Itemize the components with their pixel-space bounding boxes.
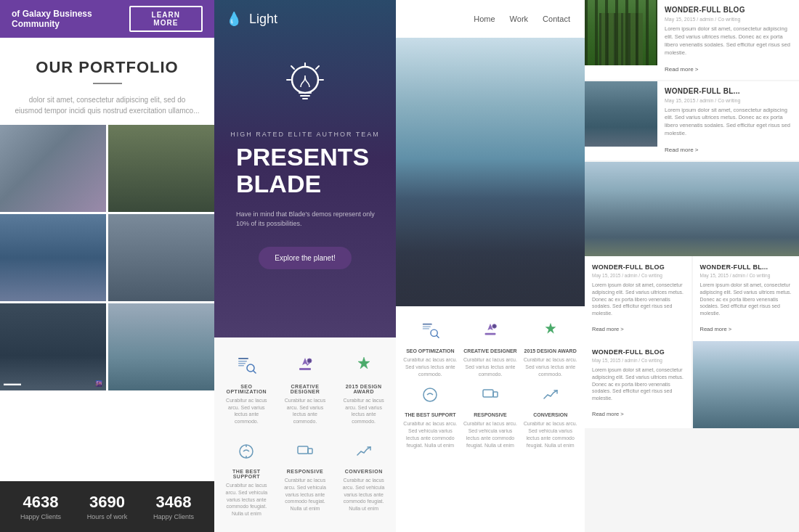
feature-conversion: CONVERSION Curabitur ac lacus arcu. Sed … <box>337 437 390 523</box>
portfolio-section: OUR PORTFOLIO dolor sit amet, consectetu… <box>0 38 214 125</box>
portfolio-image-2[interactable] <box>108 125 214 212</box>
center-designer-icon <box>463 321 518 344</box>
center-seo-name: SEO OPTIMIZATION <box>403 348 458 353</box>
blog-read-more-2[interactable]: Read more <box>665 147 698 153</box>
conversion-name: CONVERSION <box>340 469 387 474</box>
blog-text-2: WONDER-FULL BL... May 15, 2015 / admin /… <box>657 81 799 161</box>
seo-name: SEO OPTIMIZATION <box>223 384 270 394</box>
stat-number-1: 4638 <box>20 493 61 512</box>
center-topbar: Home Work Contact <box>396 0 585 38</box>
designer-icon <box>282 355 329 380</box>
nav-home[interactable]: Home <box>474 15 495 23</box>
portfolio-image-1[interactable] <box>0 125 106 212</box>
portfolio-grid: ▬▬▬ 🌆 <box>0 125 214 390</box>
blog-text-1: WONDER-FULL BLOG May 15, 2015 / admin / … <box>657 0 799 80</box>
portfolio-image-6[interactable] <box>108 303 214 390</box>
features-row-1: SEO OPTIMIZATION Curabitur ac lacus arcu… <box>220 349 390 431</box>
svg-rect-16 <box>308 449 312 454</box>
stat-label-3: Happy Clients <box>153 513 194 520</box>
conversion-desc: Curabitur ac lacus arcu. Sed vehicula va… <box>340 477 387 512</box>
designer-name: CREATIVE DESIGNER <box>282 384 329 394</box>
center-support-name: THE BEST SUPPORT <box>403 412 458 417</box>
portfolio-title: OUR PORTFOLIO <box>15 58 200 77</box>
center-seo-desc: Curabitur ac lacus arcu. Sed varius lect… <box>403 356 458 377</box>
center-designer-desc: Curabitur ac lacus arcu. Sed varius lect… <box>463 356 518 377</box>
community-text: of Galaxy Business Community <box>12 9 129 29</box>
middle-features: SEO OPTIMIZATION Curabitur ac lacus arcu… <box>214 337 396 532</box>
center-support-icon <box>403 386 458 408</box>
center-hero-image <box>396 38 585 306</box>
center-feature-support: THE BEST SUPPORT Curabitur ac lacus arcu… <box>403 386 458 449</box>
blog-grid-item-1: WONDER-FULL BLOG May 15, 2015 / admin / … <box>585 256 691 341</box>
portfolio-image-5[interactable]: ▬▬▬ 🌆 <box>0 303 106 390</box>
center-features-row2: THE BEST SUPPORT Curabitur ac lacus arcu… <box>403 386 577 449</box>
svg-rect-1 <box>238 358 248 359</box>
center-award-desc: Curabitur ac lacus arcu. Sed varius lect… <box>523 356 577 377</box>
award-icon <box>340 355 387 380</box>
hero-scene <box>396 38 585 306</box>
nav-contact[interactable]: Contact <box>543 15 570 23</box>
blog-image-2 <box>585 81 657 147</box>
portfolio-image-3[interactable] <box>0 214 106 301</box>
center-features-row1: SEO OPTIMIZATION Curabitur ac lacus arcu… <box>403 321 577 377</box>
portfolio-divider <box>93 83 122 84</box>
svg-rect-3 <box>238 363 246 364</box>
blog-grid-read-1[interactable]: Read more <box>592 326 624 332</box>
svg-rect-17 <box>423 324 432 325</box>
center-conversion-name: CONVERSION <box>523 412 577 417</box>
svg-rect-19 <box>423 328 429 329</box>
stats-bar: 4638 Happy Clients 3690 Hours of work 34… <box>0 481 214 532</box>
center-award-icon <box>523 321 577 344</box>
blog-grid-section: WONDER-FULL BLOG May 15, 2015 / admin / … <box>585 256 799 341</box>
center-seo-icon <box>403 321 458 344</box>
blog-entry-2: WONDER-FULL BL... May 15, 2015 / admin /… <box>585 81 799 161</box>
portfolio-image-4[interactable] <box>108 214 214 301</box>
svg-point-24 <box>492 324 497 329</box>
blog-grid-read-2[interactable]: Read more <box>700 326 732 332</box>
center-designer-name: CREATIVE DESIGNER <box>463 348 518 353</box>
blog-title-2: WONDER-FULL BL... <box>665 87 792 95</box>
center-panel: Home Work Contact SEO OPTIMIZATION Curab… <box>396 0 585 532</box>
seo-desc: Curabitur ac lacus arcu. Sed varius lect… <box>223 397 270 425</box>
responsive-desc: Curabitur ac lacus arcu. Sed vehicula va… <box>282 477 329 512</box>
blade-text: BLADE <box>229 171 381 197</box>
explore-button[interactable]: Explore the planet! <box>259 247 351 269</box>
blog-grid-title-3: WONDER-FULL BLOG <box>592 348 684 356</box>
learn-more-button[interactable]: LEARN MORE <box>129 6 203 32</box>
center-feature-responsive: RESPONSIVE Curabitur ac lacus arcu. Sed … <box>463 386 518 449</box>
svg-rect-18 <box>423 326 431 327</box>
stat-hours-work: 3690 Hours of work <box>87 493 128 520</box>
blog-grid-meta-1: May 15, 2015 / admin / Co writing <box>592 273 684 278</box>
svg-rect-28 <box>493 392 498 397</box>
stat-label-1: Happy Clients <box>20 513 61 520</box>
nav-work[interactable]: Work <box>510 15 528 23</box>
svg-point-9 <box>307 359 312 363</box>
blog-grid-title-2: WONDER-FULL BL... <box>700 263 792 271</box>
blog-read-more-1[interactable]: Read more <box>665 66 698 73</box>
blog-grid-meta-2: May 15, 2015 / admin / Co writing <box>700 273 792 278</box>
center-responsive-name: RESPONSIVE <box>463 412 518 417</box>
center-conversion-icon <box>523 386 577 408</box>
blog-grid-excerpt-1: Lorem ipsum dolor sit amet, consectetur … <box>592 282 684 317</box>
svg-rect-7 <box>299 368 311 370</box>
blog-last-row: WONDER-FULL BLOG May 15, 2015 / admin / … <box>585 341 799 428</box>
center-support-desc: Curabitur ac lacus arcu. Sed vehicula va… <box>403 420 458 449</box>
support-icon <box>223 443 270 465</box>
hero-subtitle: Have in mind that Blade's demos represen… <box>229 210 381 229</box>
center-responsive-icon <box>463 386 518 408</box>
svg-marker-11 <box>358 357 370 369</box>
center-responsive-desc: Curabitur ac lacus arcu. Sed vehicula va… <box>463 420 518 449</box>
conversion-icon <box>340 443 387 465</box>
blog-image-1 <box>585 0 657 65</box>
svg-line-10 <box>307 363 309 365</box>
blog-meta-2: May 15, 2015 / admin / Co writing <box>665 98 792 103</box>
designer-desc: Curabitur ac lacus arcu. Sed varius lect… <box>282 397 329 425</box>
blog-grid-excerpt-2: Lorem ipsum dolor sit amet, consectetur … <box>700 282 792 317</box>
blog-last-left: WONDER-FULL BLOG May 15, 2015 / admin / … <box>585 341 691 428</box>
svg-rect-27 <box>483 390 493 397</box>
svg-line-6 <box>254 371 256 373</box>
feature-responsive: RESPONSIVE Curabitur ac lacus arcu. Sed … <box>279 437 332 523</box>
blog-grid-read-3[interactable]: Read more <box>592 411 624 417</box>
blog-title-1: WONDER-FULL BLOG <box>665 6 792 14</box>
middle-panel: 💧 Light HIGH RATED ELITE AUTHOR TEAM PRE… <box>214 0 396 532</box>
